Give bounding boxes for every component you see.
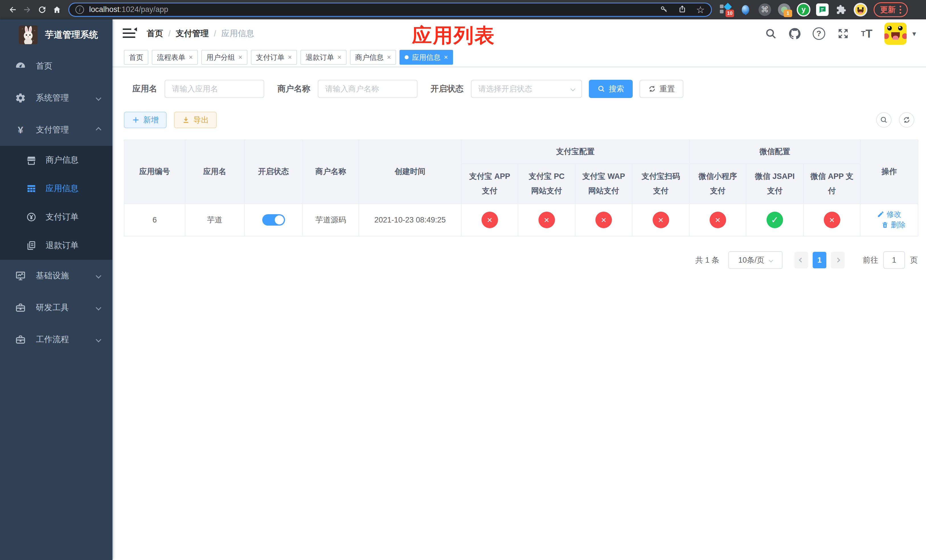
site-info-icon[interactable]: i	[76, 5, 84, 14]
help-icon[interactable]: ?	[813, 27, 825, 40]
browser-update-button[interactable]: 更新	[874, 2, 908, 17]
active-tab-dot	[405, 55, 409, 59]
app-name-input[interactable]	[165, 80, 264, 98]
export-button[interactable]: 导出	[174, 112, 217, 128]
extension-command-icon[interactable]: ⌘	[758, 3, 772, 17]
filter-form: 应用名 商户名称 开启状态 请选择开启状态 搜索 重置	[124, 80, 918, 98]
show-search-toggle-button[interactable]	[876, 112, 891, 128]
edit-link[interactable]: 修改	[877, 209, 902, 219]
tab-app-info[interactable]: 应用信息×	[399, 50, 453, 65]
search-icon	[598, 85, 605, 93]
extension-chat-icon[interactable]	[816, 3, 829, 16]
merchant-name-input[interactable]	[318, 80, 418, 98]
payment-submenu: 商户信息 应用信息 支付订单 退款订单	[0, 146, 112, 260]
password-key-icon[interactable]	[660, 5, 668, 15]
extension-recorder-icon[interactable]: 1	[777, 3, 791, 17]
browser-menu-icon[interactable]	[900, 6, 901, 14]
sidebar-item-workflow[interactable]: 工作流程	[0, 324, 112, 356]
extensions-puzzle-icon[interactable]	[834, 3, 848, 17]
prev-page-button[interactable]	[794, 252, 808, 268]
chevron-up-icon	[96, 127, 101, 133]
sidebar: 芋道管理系统 首页 系统管理 ¥ 支付管理 商户信息	[0, 20, 112, 560]
sidebar-item-system[interactable]: 系统管理	[0, 82, 112, 114]
status-select[interactable]: 请选择开启状态	[471, 80, 582, 98]
col-app-id: 应用编号	[124, 140, 185, 204]
page-size-select[interactable]: 10条/页	[728, 251, 782, 269]
fullscreen-icon[interactable]	[837, 28, 849, 39]
tab-pay-order[interactable]: 支付订单×	[251, 50, 297, 65]
chevron-down-icon	[96, 273, 101, 278]
content: 应用名 商户名称 开启状态 请选择开启状态 搜索 重置 新增 导出	[112, 67, 926, 560]
app-logo[interactable]: 芋道管理系统	[0, 20, 112, 50]
tab-home[interactable]: 首页	[124, 50, 148, 65]
sidebar-collapse-icon[interactable]	[123, 27, 137, 40]
browser-chrome: i localhost:1024/pay/app ☆ 10 ⌘ 1 y	[0, 0, 926, 20]
monitor-chart-icon	[14, 270, 27, 281]
tab-refund-order[interactable]: 退款订单×	[300, 50, 346, 65]
table-row: 6 芋道 芋道源码 2021-10-23 08:49:25 × × × × × …	[124, 204, 918, 236]
close-icon[interactable]: ×	[189, 53, 193, 61]
chevron-down-icon	[570, 86, 575, 91]
sidebar-item-home[interactable]: 首页	[0, 50, 112, 82]
sidebar-item-dev-tools[interactable]: 研发工具	[0, 292, 112, 324]
search-button[interactable]: 搜索	[589, 80, 633, 98]
refresh-table-button[interactable]	[899, 112, 914, 128]
bookmark-star-icon[interactable]: ☆	[696, 5, 705, 15]
forward-icon[interactable]	[20, 2, 35, 17]
close-icon[interactable]: ×	[444, 53, 448, 61]
tab-process-form[interactable]: 流程表单×	[152, 50, 198, 65]
toolbox-icon	[14, 334, 27, 345]
cell-create-time: 2021-10-23 08:49:25	[359, 204, 461, 236]
github-icon[interactable]	[789, 28, 801, 39]
close-icon[interactable]: ×	[238, 53, 242, 61]
grid-table-icon	[26, 183, 37, 194]
alipay-wap-status-icon: ×	[595, 212, 612, 228]
extension-devtools-icon[interactable]: 10	[719, 3, 733, 17]
col-enabled: 开启状态	[244, 140, 303, 204]
font-size-icon[interactable]: TT	[861, 27, 873, 40]
reset-button[interactable]: 重置	[640, 80, 683, 98]
sidebar-item-pay-order[interactable]: 支付订单	[0, 203, 112, 231]
home-icon[interactable]	[50, 2, 64, 17]
back-icon[interactable]	[5, 2, 20, 17]
plus-icon	[132, 116, 140, 124]
page-title-annotation: 应用列表	[412, 22, 495, 49]
profile-avatar-icon[interactable]	[854, 3, 867, 17]
close-icon[interactable]: ×	[337, 53, 341, 61]
header-search-icon[interactable]	[765, 28, 777, 39]
alipay-app-status-icon: ×	[481, 212, 498, 228]
next-page-button[interactable]	[831, 252, 844, 268]
app-name-label: 应用名	[132, 83, 157, 95]
close-icon[interactable]: ×	[387, 53, 391, 61]
enabled-switch[interactable]	[262, 214, 285, 226]
sidebar-item-app-info[interactable]: 应用信息	[0, 174, 112, 203]
close-icon[interactable]: ×	[288, 53, 292, 61]
extension-y-icon[interactable]: y	[797, 3, 810, 17]
sidebar-item-infrastructure[interactable]: 基础设施	[0, 260, 112, 292]
reload-icon[interactable]	[35, 2, 50, 17]
page-number-button[interactable]: 1	[813, 252, 826, 268]
share-icon[interactable]	[678, 5, 687, 15]
app-title: 芋道管理系统	[45, 29, 98, 41]
pagination: 共 1 条 10条/页 1 前往 页	[124, 251, 918, 269]
cell-app-id: 6	[124, 204, 185, 236]
goto-page-input[interactable]	[883, 251, 905, 269]
breadcrumb-home[interactable]: 首页	[147, 28, 163, 39]
tab-user-group[interactable]: 用户分组×	[201, 50, 247, 65]
breadcrumb-payment[interactable]: 支付管理	[176, 28, 209, 39]
col-wechat-app: 微信 APP 支付	[803, 164, 860, 204]
sidebar-item-refund-order[interactable]: 退款订单	[0, 231, 112, 260]
extension-balloon-icon[interactable]	[738, 3, 752, 17]
sidebar-item-payment[interactable]: ¥ 支付管理	[0, 114, 112, 146]
alipay-qr-status-icon: ×	[653, 212, 669, 228]
delete-link[interactable]: 删除	[881, 220, 906, 230]
url-text: localhost:1024/pay/app	[89, 5, 168, 14]
user-avatar[interactable]	[884, 23, 906, 45]
merchant-name-label: 商户名称	[277, 83, 310, 95]
total-count: 共 1 条	[695, 255, 719, 265]
tab-merchant-info[interactable]: 商户信息×	[350, 50, 396, 65]
col-alipay-pc: 支付宝 PC 网站支付	[518, 164, 575, 204]
sidebar-item-merchant-info[interactable]: 商户信息	[0, 146, 112, 174]
add-button[interactable]: 新增	[124, 112, 166, 128]
address-bar[interactable]: i localhost:1024/pay/app ☆	[68, 3, 712, 17]
